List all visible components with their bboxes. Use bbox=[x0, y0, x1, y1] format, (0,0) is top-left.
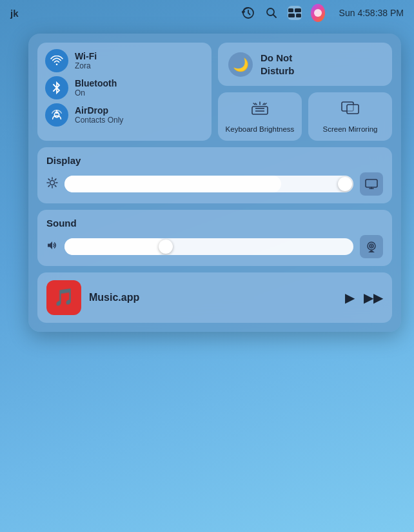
volume-row bbox=[46, 235, 383, 258]
bluetooth-text: Bluetooth On bbox=[75, 78, 117, 97]
brightness-icon bbox=[46, 177, 58, 191]
user-initials: jk bbox=[10, 8, 19, 19]
bluetooth-item[interactable]: Bluetooth On bbox=[45, 76, 204, 99]
wifi-icon bbox=[45, 49, 68, 72]
svg-point-32 bbox=[371, 245, 372, 247]
bluetooth-icon bbox=[45, 76, 68, 99]
music-controls: ▶ ▶▶ bbox=[345, 290, 383, 305]
menu-bar-time: Sun 4:58:38 PM bbox=[339, 8, 404, 18]
top-grid: Wi-Fi Zora Bluetooth On bbox=[37, 43, 392, 141]
history-icon[interactable] bbox=[241, 6, 255, 20]
volume-thumb bbox=[159, 240, 173, 254]
svg-line-26 bbox=[48, 185, 50, 187]
airplay-audio-btn[interactable] bbox=[360, 235, 383, 258]
screen-mirroring-card[interactable]: Screen Mirroring bbox=[308, 92, 392, 141]
svg-line-14 bbox=[253, 103, 255, 105]
siri-icon[interactable] bbox=[311, 6, 325, 20]
svg-rect-8 bbox=[252, 107, 268, 114]
airdrop-item[interactable]: AirDrop Contacts Only bbox=[45, 103, 204, 127]
menu-bar: jk bbox=[0, 0, 414, 26]
svg-line-23 bbox=[48, 179, 50, 180]
volume-slider[interactable] bbox=[64, 238, 353, 255]
sound-title: Sound bbox=[46, 218, 383, 229]
airdrop-text: AirDrop Contacts Only bbox=[75, 105, 123, 125]
wifi-sub: Zora bbox=[75, 61, 97, 70]
dnd-card[interactable]: 🌙 Do NotDisturb bbox=[218, 43, 392, 86]
keyboard-brightness-label: Keyboard Brightness bbox=[226, 125, 295, 134]
svg-line-25 bbox=[55, 179, 56, 180]
svg-line-24 bbox=[55, 185, 56, 187]
right-top-section: 🌙 Do NotDisturb bbox=[218, 43, 392, 141]
keyboard-brightness-icon bbox=[251, 99, 269, 121]
play-button[interactable]: ▶ bbox=[345, 290, 355, 305]
airdrop-sub: Contacts Only bbox=[75, 116, 123, 125]
network-card: Wi-Fi Zora Bluetooth On bbox=[37, 43, 212, 141]
volume-icon bbox=[46, 240, 58, 254]
control-center-panel: Wi-Fi Zora Bluetooth On bbox=[28, 34, 401, 332]
svg-line-2 bbox=[273, 15, 276, 18]
airdrop-label: AirDrop bbox=[75, 105, 123, 116]
brightness-fill bbox=[64, 176, 281, 192]
menu-bar-icons: Sun 4:58:38 PM bbox=[241, 6, 404, 20]
wifi-item[interactable]: Wi-Fi Zora bbox=[45, 49, 204, 72]
music-app-icon: 🎵 bbox=[46, 280, 81, 315]
dnd-icon: 🌙 bbox=[228, 52, 253, 77]
control-center-icon[interactable] bbox=[288, 6, 302, 20]
svg-rect-4 bbox=[295, 8, 301, 12]
display-title: Display bbox=[46, 155, 383, 166]
svg-line-15 bbox=[265, 103, 267, 105]
brightness-thumb bbox=[338, 177, 352, 191]
bluetooth-sub: On bbox=[75, 88, 117, 97]
brightness-slider[interactable] bbox=[64, 176, 353, 192]
music-app-name: Music.app bbox=[89, 292, 337, 303]
svg-rect-5 bbox=[288, 14, 295, 17]
search-icon[interactable] bbox=[264, 6, 279, 20]
keyboard-brightness-card[interactable]: Keyboard Brightness bbox=[218, 92, 302, 141]
fast-forward-button[interactable]: ▶▶ bbox=[364, 290, 383, 305]
svg-line-13 bbox=[263, 103, 264, 105]
bluetooth-label: Bluetooth bbox=[75, 78, 117, 88]
volume-fill bbox=[64, 238, 166, 255]
svg-rect-27 bbox=[366, 179, 377, 187]
svg-rect-3 bbox=[288, 8, 293, 12]
wifi-text: Wi-Fi Zora bbox=[75, 51, 97, 70]
svg-rect-17 bbox=[347, 105, 359, 114]
dnd-label: Do NotDisturb bbox=[261, 52, 295, 77]
music-card: 🎵 Music.app ▶ ▶▶ bbox=[37, 272, 392, 323]
wifi-label: Wi-Fi bbox=[75, 51, 97, 61]
screen-mirroring-icon bbox=[341, 99, 359, 121]
brightness-row bbox=[46, 172, 383, 196]
sound-section: Sound bbox=[37, 210, 392, 266]
airdrop-icon bbox=[45, 103, 68, 127]
small-buttons-grid: Keyboard Brightness Screen Mirroring bbox=[218, 92, 392, 141]
svg-line-12 bbox=[255, 103, 257, 105]
svg-rect-6 bbox=[296, 14, 301, 17]
display-section: Display bbox=[37, 147, 392, 203]
screen-mirroring-label: Screen Mirroring bbox=[323, 125, 378, 134]
display-settings-btn[interactable] bbox=[360, 172, 383, 196]
svg-point-18 bbox=[50, 180, 55, 185]
